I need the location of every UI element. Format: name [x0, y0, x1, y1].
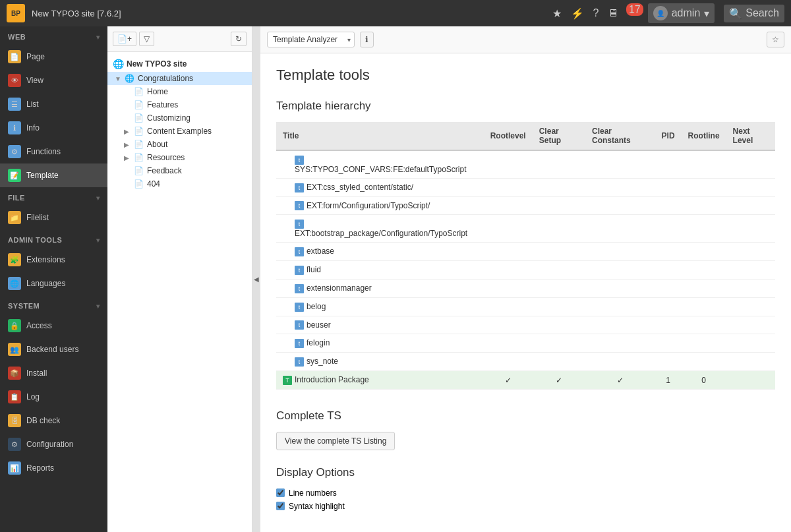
table-row[interactable]: tbelog — [276, 297, 775, 316]
table-cell-title: textbase — [276, 243, 484, 261]
refresh-button[interactable]: ↻ — [231, 32, 247, 46]
page-label: Page — [26, 52, 45, 61]
table-row[interactable]: tbeuser — [276, 316, 775, 334]
table-cell-title: tEXT:form/Configuration/TypoScript/ — [276, 196, 484, 215]
table-row[interactable]: tEXT:css_styled_content/static/ — [276, 178, 775, 196]
info-icon: ℹ — [8, 121, 21, 134]
ts-icon: t — [295, 183, 304, 192]
sidebar-item-db-check[interactable]: 🗄 DB check — [0, 409, 107, 432]
module-select[interactable]: Template Analyzer — [267, 32, 355, 47]
flash-icon[interactable]: ⚡ — [571, 7, 584, 20]
table-cell-clear-setup — [533, 150, 585, 178]
table-cell-next-level — [726, 279, 775, 297]
notification-badge: 17 — [626, 3, 643, 16]
extensions-label: Extensions — [26, 255, 65, 264]
sidebar-item-list[interactable]: ☰ List — [0, 92, 107, 116]
table-cell-next-level — [726, 371, 775, 390]
sidebar-item-filelist[interactable]: 📁 Filelist — [0, 206, 107, 229]
table-cell-clear-constants — [585, 316, 655, 334]
tree-item-label: Features — [147, 100, 252, 109]
collapse-handle[interactable]: ◀ — [252, 26, 260, 532]
sidebar-item-install[interactable]: 📦 Install — [0, 361, 107, 385]
configuration-label: Configuration — [26, 440, 73, 449]
ts-icon: t — [295, 320, 304, 330]
sidebar-item-extensions[interactable]: 🧩 Extensions — [0, 248, 107, 272]
tree-item-icon: 📄 — [134, 100, 144, 109]
table-row[interactable]: tEXT:bootstrap_package/Configuration/Typ… — [276, 215, 775, 243]
backend-users-label: Backend users — [26, 345, 78, 354]
sidebar-item-reports[interactable]: 📊 Reports — [0, 456, 107, 480]
table-cell-clear-setup — [533, 279, 585, 297]
sidebar-group-admin[interactable]: ADMIN TOOLS ▾ — [0, 229, 107, 248]
tree-items-container: ▼🌐Congratulations📄Home📄Features📄Customiz… — [107, 72, 252, 191]
system-group-caret: ▾ — [96, 303, 100, 310]
sidebar-item-configuration[interactable]: ⚙ Configuration — [0, 432, 107, 456]
admin-button[interactable]: 👤 admin ▾ — [648, 3, 715, 23]
table-cell-next-level — [726, 150, 775, 178]
table-row[interactable]: textbase — [276, 243, 775, 261]
sidebar-item-languages[interactable]: 🌐 Languages — [0, 272, 107, 295]
table-row[interactable]: textensionmanager — [276, 279, 775, 297]
info-label: Info — [26, 123, 40, 133]
table-cell-pid: 1 — [655, 371, 682, 390]
table-cell-rootline — [682, 150, 726, 178]
sidebar-item-backend-users[interactable]: 👥 Backend users — [0, 338, 107, 361]
functions-label: Functions — [26, 147, 61, 156]
ts-icon: t — [295, 156, 304, 165]
table-row[interactable]: tSYS:TYPO3_CONF_VARS:FE:defaultTypoScrip… — [276, 150, 775, 178]
sidebar-item-template[interactable]: 📝 Template — [0, 163, 107, 187]
display-option-checkbox[interactable] — [276, 488, 285, 497]
table-row[interactable]: tEXT:form/Configuration/TypoScript/ — [276, 196, 775, 215]
install-icon: 📦 — [8, 367, 21, 380]
table-cell-rootline: 0 — [682, 371, 726, 390]
admin-label: admin — [672, 7, 701, 19]
tree-item[interactable]: 📄Customizing — [107, 111, 252, 125]
sidebar-group-web[interactable]: WEB ▾ — [0, 26, 107, 45]
sidebar-item-functions[interactable]: ⚙ Functions — [0, 140, 107, 163]
tree-item[interactable]: ▼🌐Congratulations — [107, 72, 252, 85]
sidebar-item-access[interactable]: 🔒 Access — [0, 314, 107, 338]
table-cell-rootlevel — [484, 353, 533, 371]
filter-button[interactable]: ▽ — [139, 32, 154, 46]
table-cell-rootline — [682, 334, 726, 353]
table-cell-next-level — [726, 353, 775, 371]
sidebar-group-file[interactable]: FILE ▾ — [0, 187, 107, 206]
star-toolbar-button[interactable]: ☆ — [767, 32, 784, 47]
sidebar-group-system[interactable]: SYSTEM ▾ — [0, 295, 107, 314]
tree-item[interactable]: 📄Features — [107, 98, 252, 111]
info-toolbar-button[interactable]: ℹ — [360, 32, 374, 47]
table-row[interactable]: tfelogin — [276, 334, 775, 353]
new-page-button[interactable]: 📄+ — [113, 32, 136, 46]
notifications-icon[interactable]: 🖥 17 — [608, 7, 638, 19]
help-icon[interactable]: ? — [593, 7, 599, 19]
tree-item[interactable]: 📄Home — [107, 85, 252, 98]
display-option-checkbox[interactable] — [276, 502, 285, 510]
table-row[interactable]: tsys_note — [276, 353, 775, 371]
tree-item[interactable]: ▶📄About — [107, 138, 252, 151]
search-placeholder: Search — [746, 7, 779, 19]
table-cell-title: tfluid — [276, 261, 484, 280]
sidebar-item-info[interactable]: ℹ Info — [0, 116, 107, 140]
tree-root[interactable]: 🌐 New TYPO3 site — [107, 56, 252, 72]
tree-item-icon: 📄 — [134, 166, 144, 175]
tree-item[interactable]: ▶📄Content Examples — [107, 125, 252, 138]
th-rootlevel: Rootlevel — [484, 122, 533, 150]
view-ts-button[interactable]: View the complete TS Listing — [276, 432, 395, 450]
tree-item[interactable]: 📄Feedback — [107, 164, 252, 177]
ts-icon: t — [295, 247, 304, 256]
table-cell-clear-setup — [533, 261, 585, 280]
search-box[interactable]: 🔍 Search — [724, 5, 784, 22]
search-icon: 🔍 — [729, 7, 742, 20]
table-cell-clear-constants: ✓ — [585, 371, 655, 390]
sidebar-item-log[interactable]: 📋 Log — [0, 385, 107, 409]
table-cell-rootline — [682, 261, 726, 280]
star-icon[interactable]: ★ — [552, 7, 562, 20]
topbar: BP New TYPO3 site [7.6.2] ★ ⚡ ? 🖥 17 👤 a… — [0, 0, 791, 26]
sidebar-item-view[interactable]: 👁 View — [0, 69, 107, 92]
tree-item[interactable]: 📄404 — [107, 177, 252, 191]
sidebar-item-page[interactable]: 📄 Page — [0, 45, 107, 69]
tree-item[interactable]: ▶📄Resources — [107, 151, 252, 164]
table-row[interactable]: tfluid — [276, 261, 775, 280]
table-row[interactable]: TIntroduction Package✓✓✓10 — [276, 371, 775, 390]
ts-icon: t — [295, 339, 304, 348]
